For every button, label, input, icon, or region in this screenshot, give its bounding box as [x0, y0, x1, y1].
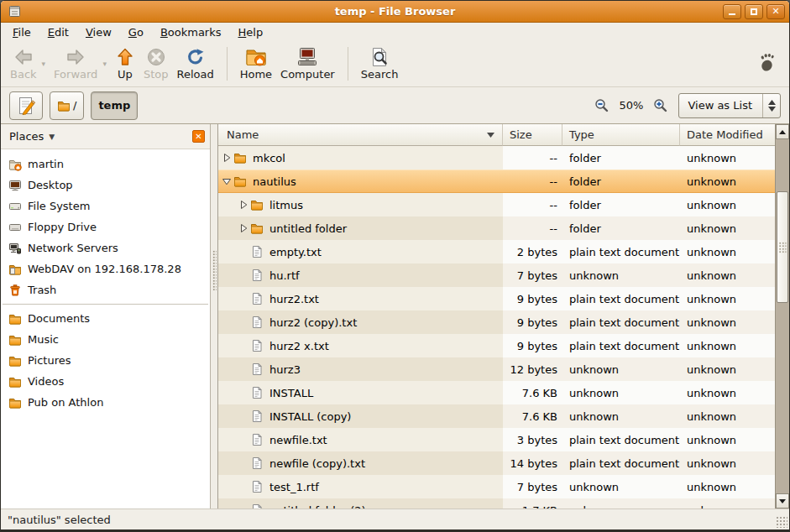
sidebar-item-pictures[interactable]: Pictures [1, 350, 210, 371]
maximize-button[interactable] [745, 4, 763, 19]
column-header-label: Size [510, 128, 532, 141]
sidebar-header[interactable]: Places ▼ ✕ [1, 124, 210, 149]
up-label: Up [118, 68, 133, 81]
file-type: unknown [562, 498, 680, 509]
close-button[interactable]: ✕ [766, 4, 785, 19]
sidebar-item-webdav-on-192-168-178-28[interactable]: WebDAV on 192.168.178.28 [1, 258, 210, 279]
file-size: -- [503, 146, 562, 170]
reload-button[interactable]: Reload [172, 44, 217, 83]
search-button[interactable]: Search [357, 44, 403, 83]
sidebar-separator [3, 304, 208, 305]
name-cell: untitled folder [218, 216, 503, 240]
column-header-date-modified[interactable]: Date Modified [680, 124, 775, 146]
file-row[interactable]: mkcol--folderunknown [218, 146, 775, 170]
folder-small-icon [57, 99, 71, 112]
file-row[interactable]: test_1.rtf7 bytesunknownunknown [218, 475, 775, 498]
menu-file[interactable]: File [4, 24, 39, 40]
file-date: unknown [680, 404, 775, 428]
path-button-[interactable]: / [50, 91, 84, 120]
path-button-temp[interactable]: temp [91, 91, 138, 120]
zoom-out-button[interactable] [594, 98, 610, 113]
file-row[interactable]: litmus--folderunknown [218, 193, 775, 216]
scrollbar-thumb[interactable] [777, 191, 788, 303]
sidebar-close-button[interactable]: ✕ [192, 130, 205, 143]
expander-closed-icon[interactable] [237, 200, 250, 210]
combo-arrows-icon[interactable] [763, 100, 780, 112]
column-header-label: Name [227, 128, 259, 141]
name-cell: hurz2 (copy).txt [218, 310, 503, 334]
sidebar-item-music[interactable]: Music [1, 329, 210, 350]
sidebar-item-file-system[interactable]: File System [1, 196, 210, 216]
menu-go[interactable]: Go [120, 24, 152, 40]
sidebar-item-label: Documents [28, 312, 90, 325]
sidebar-item-trash[interactable]: Trash [1, 279, 210, 300]
home-button[interactable]: Home [236, 44, 276, 83]
file-icon [250, 386, 264, 399]
column-header-type[interactable]: Type [562, 124, 680, 146]
file-type: folder [562, 216, 680, 240]
minimize-button[interactable] [723, 4, 741, 19]
chevron-down-icon: ▼ [49, 133, 55, 141]
menu-help[interactable]: Help [230, 24, 272, 40]
sidebar-item-network-servers[interactable]: Network Servers [1, 237, 210, 258]
menu-bookmarks[interactable]: Bookmarks [152, 24, 230, 40]
scroll-down-button[interactable] [776, 493, 789, 509]
file-name: litmus [269, 199, 303, 211]
file-icon [250, 362, 264, 376]
sidebar-item-label: Pictures [28, 354, 71, 367]
name-cell: untitled folder (2) [218, 498, 503, 509]
file-row[interactable]: hu.rtf7 bytesunknownunknown [218, 263, 775, 287]
file-row[interactable]: empty.txt2 bytesplain text documentunkno… [218, 240, 775, 263]
up-button[interactable]: Up [111, 44, 139, 83]
view-mode-combobox[interactable]: View as List [678, 93, 781, 118]
expander-closed-icon[interactable] [220, 153, 233, 163]
file-row[interactable]: hurz2 x.txt9 bytesplain text documentunk… [218, 334, 775, 357]
main-area: Places ▼ ✕ martinDesktopFile SystemFlopp… [1, 124, 789, 509]
sidebar-item-desktop[interactable]: Desktop [1, 175, 210, 196]
file-row[interactable]: newfile.txt3 bytesplain text documentunk… [218, 428, 775, 451]
expander-closed-icon[interactable] [237, 223, 250, 233]
file-row[interactable]: INSTALL7.6 KBunknownunknown [218, 381, 775, 404]
file-name: nautilus [253, 175, 296, 188]
file-date: unknown [680, 240, 775, 263]
name-cell: newfile (copy).txt [218, 451, 503, 475]
close-icon: ✕ [772, 7, 779, 16]
sidebar-item-documents[interactable]: Documents [1, 308, 210, 329]
sidebar-item-label: File System [28, 200, 90, 212]
file-name: newfile (copy).txt [269, 457, 365, 470]
menu-view[interactable]: View [77, 24, 120, 40]
file-row[interactable]: untitled folder--folderunknown [218, 216, 775, 240]
file-row[interactable]: hurz2 (copy).txt9 bytesplain text docume… [218, 310, 775, 334]
edit-location-icon [17, 96, 35, 116]
column-header-size[interactable]: Size [503, 124, 562, 146]
computer-button[interactable]: Computer [276, 44, 339, 83]
pane-splitter[interactable] [211, 124, 217, 509]
file-row[interactable]: untitled folder (2)1.7 KBunknownunknown [218, 498, 775, 509]
sidebar-item-floppy-drive[interactable]: Floppy Drive [1, 216, 210, 237]
scroll-up-button[interactable] [776, 124, 789, 139]
zoom-level: 50% [620, 99, 644, 112]
file-name: newfile.txt [269, 434, 327, 446]
file-type: plain text document [562, 451, 680, 475]
vertical-scrollbar[interactable] [775, 124, 789, 509]
column-header-name[interactable]: Name [218, 124, 503, 146]
file-type: plain text document [562, 428, 680, 451]
resize-grip[interactable] [776, 516, 787, 528]
sidebar-item-pub-on-athlon[interactable]: Pub on Athlon [1, 392, 210, 413]
sidebar-item-videos[interactable]: Videos [1, 371, 210, 392]
file-row[interactable]: hurz2.txt9 bytesplain text documentunkno… [218, 287, 775, 310]
file-row[interactable]: INSTALL (copy)7.6 KBunknownunknown [218, 404, 775, 428]
file-row[interactable]: nautilus--folderunknown [218, 170, 775, 193]
computer-label: Computer [280, 68, 335, 81]
sidebar-item-martin[interactable]: martin [1, 154, 210, 175]
edit-location-button[interactable] [9, 91, 43, 120]
scrollbar-trough[interactable] [776, 139, 789, 493]
titlebar[interactable]: temp - File Browser ✕ [1, 1, 789, 23]
toolbar-separator [227, 47, 228, 81]
expander-open-icon[interactable] [220, 176, 233, 186]
zoom-in-button[interactable] [653, 98, 668, 113]
menu-edit[interactable]: Edit [39, 24, 77, 40]
file-row[interactable]: hurz312 bytesunknownunknown [218, 357, 775, 381]
name-cell: hurz2 x.txt [218, 334, 503, 357]
file-row[interactable]: newfile (copy).txt14 bytesplain text doc… [218, 451, 775, 475]
